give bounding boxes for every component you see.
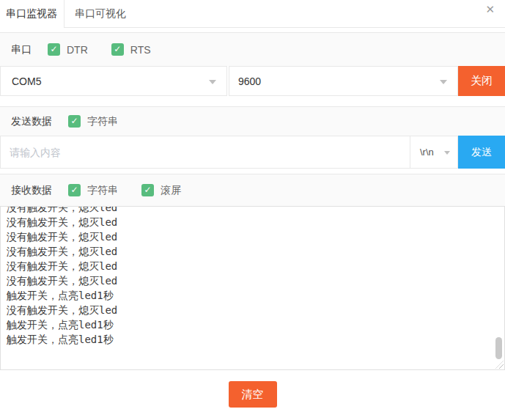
- baud-select-value: 9600: [238, 75, 261, 87]
- send-string-label: 字符串: [87, 115, 118, 128]
- chevron-down-icon: [209, 80, 216, 84]
- scroll-checkbox[interactable]: ✓ 滚屏: [141, 184, 181, 197]
- dtr-checkbox[interactable]: ✓ DTR: [48, 43, 88, 56]
- dtr-label: DTR: [67, 44, 88, 56]
- receive-string-check-icon: ✓: [68, 184, 81, 196]
- serial-section-header: 串口 ✓ DTR ✓ RTS: [0, 32, 505, 66]
- send-string-check-icon: ✓: [68, 115, 81, 128]
- port-settings-row: COM5 9600 关闭: [0, 66, 505, 96]
- rts-checkbox[interactable]: ✓ RTS: [111, 43, 151, 56]
- line-ending-select[interactable]: \r\n: [410, 136, 458, 169]
- log-line: 没有触发开关，熄灭led: [7, 244, 504, 259]
- line-ending-value: \r\n: [420, 147, 434, 158]
- rts-check-icon: ✓: [111, 43, 124, 56]
- log-line: 没有触发开关，熄灭led: [7, 273, 504, 288]
- send-row: \r\n 发送: [0, 136, 505, 169]
- scroll-label: 滚屏: [161, 184, 181, 197]
- rts-label: RTS: [130, 44, 151, 56]
- send-section-title: 发送数据: [11, 115, 52, 128]
- scrollbar-thumb[interactable]: [495, 337, 502, 359]
- tab-serial-plotter-label: 串口可视化: [75, 7, 126, 21]
- receive-section-title: 接收数据: [11, 184, 52, 197]
- clear-button[interactable]: 清空: [229, 381, 277, 408]
- tab-serial-monitor[interactable]: 串口监视器: [0, 0, 64, 28]
- receive-log[interactable]: 没有触发开关，熄灭led没有触发开关，熄灭led没有触发开关，熄灭led没有触发…: [0, 206, 505, 370]
- tab-bar: 串口监视器 串口可视化 ✕: [0, 0, 505, 28]
- send-section-header: 发送数据 ✓ 字符串: [0, 106, 505, 136]
- send-input[interactable]: [0, 136, 410, 169]
- log-line: 触发开关，点亮led1秒: [7, 332, 504, 347]
- chevron-down-icon: [444, 151, 450, 155]
- receive-string-checkbox[interactable]: ✓ 字符串: [68, 184, 118, 197]
- tab-serial-plotter[interactable]: 串口可视化: [64, 0, 136, 28]
- log-line: 没有触发开关，熄灭led: [7, 259, 504, 273]
- scroll-check-icon: ✓: [141, 184, 154, 196]
- log-line: 没有触发开关，熄灭led: [7, 303, 504, 317]
- tab-bar-filler: [136, 0, 505, 28]
- serial-monitor-window: 串口监视器 串口可视化 ✕ 串口 ✓ DTR ✓ RTS COM5 9600 关…: [0, 0, 505, 420]
- footer: 清空: [0, 370, 505, 420]
- close-port-button[interactable]: 关闭: [458, 66, 505, 96]
- tab-serial-monitor-label: 串口监视器: [6, 7, 57, 21]
- port-select[interactable]: COM5: [0, 66, 227, 96]
- port-select-value: COM5: [12, 75, 41, 87]
- log-line: 没有触发开关，熄灭led: [7, 229, 504, 244]
- serial-section-title: 串口: [11, 43, 32, 56]
- resize-grip-icon[interactable]: [495, 361, 504, 369]
- send-string-checkbox[interactable]: ✓ 字符串: [68, 115, 118, 128]
- close-icon[interactable]: ✕: [485, 4, 495, 15]
- log-line: 触发开关，点亮led1秒: [7, 317, 504, 332]
- receive-log-lines: 没有触发开关，熄灭led没有触发开关，熄灭led没有触发开关，熄灭led没有触发…: [1, 206, 504, 347]
- receive-section-header: 接收数据 ✓ 字符串 ✓ 滚屏: [0, 174, 505, 206]
- send-button[interactable]: 发送: [458, 136, 505, 169]
- log-line: 触发开关，点亮led1秒: [7, 288, 504, 303]
- log-line: 没有触发开关，熄灭led: [7, 206, 504, 215]
- log-line: 没有触发开关，熄灭led: [7, 215, 504, 229]
- chevron-down-icon: [440, 80, 447, 84]
- baud-select[interactable]: 9600: [229, 66, 458, 96]
- dtr-check-icon: ✓: [48, 43, 60, 56]
- receive-string-label: 字符串: [87, 184, 118, 197]
